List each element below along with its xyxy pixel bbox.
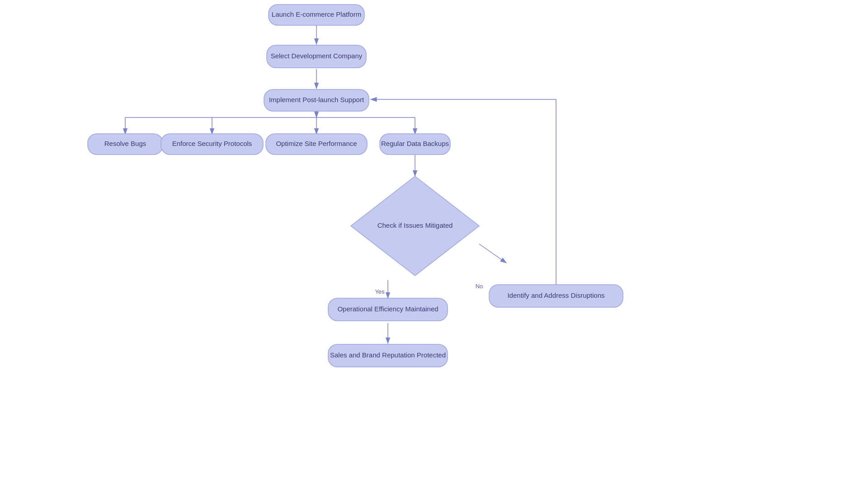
node-resolve-bugs-text: Resolve Bugs — [104, 140, 146, 147]
node-launch-text: Launch E-commerce Platform — [272, 10, 361, 18]
node-regular-backups-text: Regular Data Backups — [381, 140, 449, 147]
arrow-diamond-to-disruptions — [479, 244, 506, 263]
node-sales-brand-text: Sales and Brand Reputation Protected — [330, 351, 446, 359]
label-no: No — [476, 283, 483, 290]
flowchart-container: Launch E-commerce Platform Select Develo… — [0, 0, 868, 488]
node-enforce-security-text: Enforce Security Protocols — [172, 140, 252, 147]
node-check-issues-text: Check if Issues Mitigated — [377, 221, 453, 229]
node-identify-disruptions-text: Identify and Address Disruptions — [507, 291, 604, 299]
node-select-dev-text: Select Development Company — [271, 52, 363, 60]
label-yes: Yes — [375, 288, 385, 295]
node-optimize-performance-text: Optimize Site Performance — [276, 140, 357, 147]
flowchart-svg: Launch E-commerce Platform Select Develo… — [0, 0, 868, 488]
node-implement-support-text: Implement Post-launch Support — [269, 96, 364, 103]
node-operational-efficiency-text: Operational Efficiency Maintained — [337, 305, 438, 313]
